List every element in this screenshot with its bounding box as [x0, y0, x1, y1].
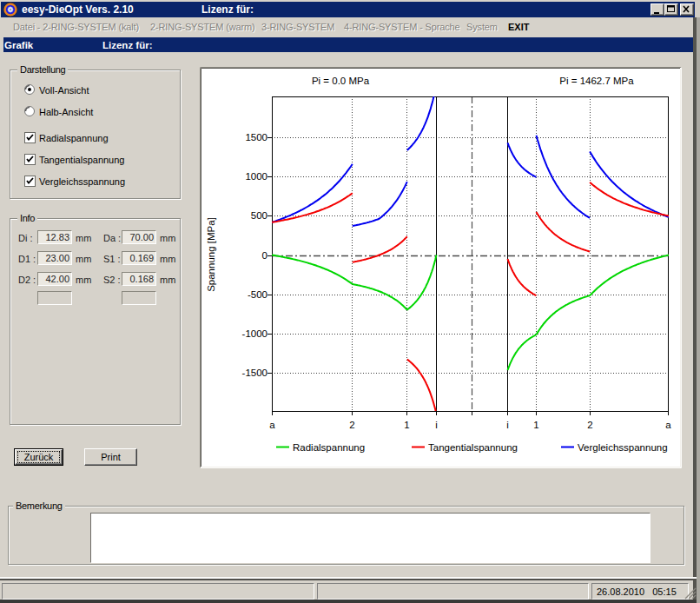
svg-text:2: 2 [349, 420, 354, 430]
svg-text:2: 2 [587, 420, 592, 430]
svg-text:Pi = 0.0 MPa: Pi = 0.0 MPa [312, 76, 370, 86]
svg-text:1: 1 [533, 420, 538, 430]
svg-text:a: a [665, 420, 671, 430]
svg-text:1500: 1500 [245, 132, 267, 142]
svg-text:Vergleichsspannung: Vergleichsspannung [578, 442, 668, 453]
svg-text:i: i [435, 420, 438, 430]
svg-text:1000: 1000 [245, 171, 267, 182]
svg-text:-500: -500 [248, 289, 267, 300]
svg-text:Tangentialspannung: Tangentialspannung [428, 442, 518, 453]
svg-text:Radialspannung: Radialspannung [293, 442, 365, 453]
svg-text:-1500: -1500 [242, 368, 267, 378]
svg-text:Spannung [MPa]: Spannung [MPa] [206, 217, 216, 292]
svg-text:a: a [269, 420, 275, 430]
svg-text:1: 1 [404, 420, 409, 430]
svg-text:500: 500 [251, 210, 267, 221]
svg-text:0: 0 [262, 250, 267, 261]
svg-text:Pi = 1462.7 MPa: Pi = 1462.7 MPa [559, 76, 634, 86]
svg-text:-1000: -1000 [242, 328, 267, 339]
svg-text:i: i [506, 420, 509, 430]
